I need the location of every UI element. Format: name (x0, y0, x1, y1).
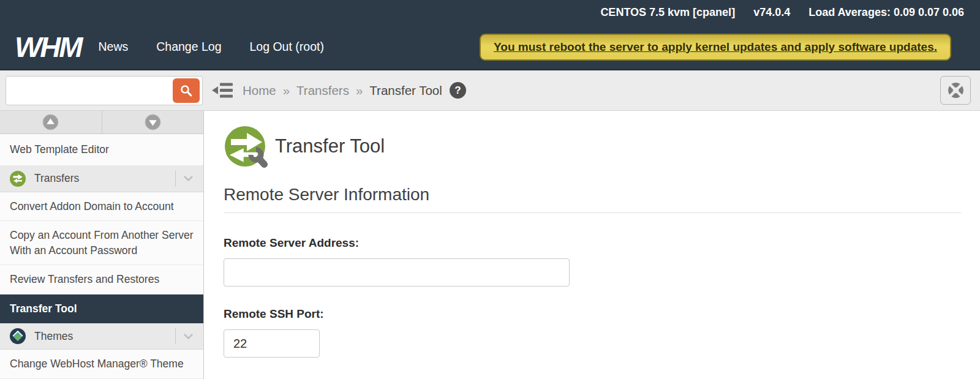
sidebar-item-review-transfers[interactable]: Review Transfers and Restores (0, 265, 203, 295)
load-averages-text: Load Averages: 0.09 0.07 0.06 (809, 6, 964, 19)
breadcrumb: Home » Transfers » Transfer Tool (243, 83, 442, 98)
remote-ssh-port-label: Remote SSH Port: (224, 307, 962, 321)
whm-logo[interactable]: WHM (15, 32, 98, 61)
main-content: Transfer Tool Remote Server Information … (204, 111, 980, 379)
lifebuoy-icon (947, 81, 965, 99)
reboot-alert-link[interactable]: You must reboot the server to apply kern… (480, 34, 951, 61)
help-icon[interactable]: ? (450, 82, 466, 99)
sidebar-scroll-controls (0, 111, 203, 134)
chevron-down-icon (183, 175, 194, 182)
section-divider (175, 171, 176, 187)
support-button[interactable] (940, 76, 971, 105)
sidebar-item-copy-account[interactable]: Copy an Account From Another Server With… (0, 221, 203, 265)
sidebar-section-label: Transfers (34, 172, 79, 185)
search-icon (179, 84, 193, 97)
sidebar-section-transfers[interactable]: Transfers (0, 166, 203, 192)
toolbar: Home » Transfers » Transfer Tool ? (0, 70, 980, 111)
version-text: v74.0.4 (753, 6, 790, 19)
scroll-down-icon (145, 114, 161, 130)
main-header: WHM News Change Log Log Out (root) You m… (0, 24, 980, 70)
sidebar-scroll-up-button[interactable] (0, 111, 102, 133)
collapse-sidebar-button[interactable] (212, 82, 233, 99)
remote-ssh-port-input[interactable] (224, 329, 320, 358)
system-info-text: CENTOS 7.5 kvm [cpanel] (600, 6, 735, 19)
nav-link-change-log[interactable]: Change Log (156, 40, 221, 54)
search-button[interactable] (173, 78, 200, 103)
breadcrumb-transfers[interactable]: Transfers (296, 83, 349, 98)
sidebar-section-themes[interactable]: Themes (0, 323, 203, 350)
section-divider (175, 328, 176, 344)
page-title: Transfer Tool (275, 135, 385, 157)
sidebar-scroll-down-button[interactable] (102, 111, 204, 133)
transfer-tool-icon (224, 124, 268, 168)
sidebar: Web Template Editor Transfers Convert (0, 111, 204, 379)
page-title-row: Transfer Tool (224, 124, 962, 168)
breadcrumb-separator: » (356, 83, 363, 98)
collapse-sidebar-icon (212, 82, 233, 99)
breadcrumb-home[interactable]: Home (243, 83, 276, 98)
transfers-icon (10, 171, 26, 187)
breadcrumb-current-page: Transfer Tool (369, 83, 442, 98)
section-heading: Remote Server Information (224, 185, 962, 213)
sidebar-item-change-whm-theme[interactable]: Change WebHost Manager® Theme (0, 350, 203, 379)
system-status-bar: CENTOS 7.5 kvm [cpanel] v74.0.4 Load Ave… (0, 0, 980, 24)
remote-server-address-label: Remote Server Address: (224, 236, 962, 250)
scroll-up-icon (42, 114, 59, 130)
remote-server-address-input[interactable] (224, 258, 570, 287)
nav-link-log-out[interactable]: Log Out (root) (250, 40, 324, 54)
search-box (6, 76, 203, 105)
breadcrumb-separator: » (283, 83, 290, 98)
header-nav: News Change Log Log Out (root) (98, 40, 323, 54)
nav-link-news[interactable]: News (98, 40, 128, 54)
sidebar-item-transfer-tool[interactable]: Transfer Tool (0, 295, 203, 324)
sidebar-item-web-template-editor[interactable]: Web Template Editor (0, 134, 203, 166)
sidebar-section-label: Themes (34, 330, 73, 343)
themes-icon (10, 328, 26, 344)
sidebar-item-convert-addon-domain[interactable]: Convert Addon Domain to Account (0, 192, 203, 222)
chevron-down-icon (183, 333, 194, 340)
page-body: Web Template Editor Transfers Convert (0, 111, 980, 379)
